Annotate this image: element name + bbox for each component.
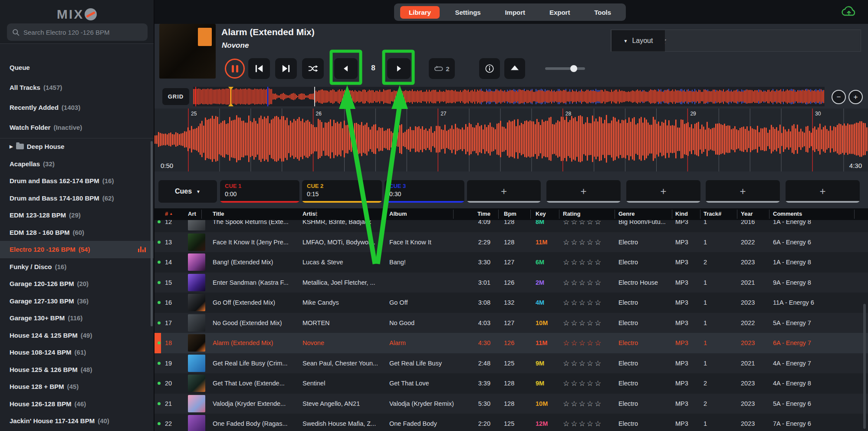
column-header-num[interactable]: #▲ [165, 211, 184, 217]
sidebar-scrollbar[interactable] [151, 141, 153, 326]
row-rating-stars[interactable]: ☆☆☆☆☆ [563, 379, 621, 388]
column-header-time[interactable]: Time [456, 211, 490, 217]
plus-icon: + [740, 185, 746, 197]
table-row[interactable]: 15 Enter Sandman (Kastra F... Metallica,… [155, 273, 868, 293]
search-input[interactable] [23, 29, 142, 36]
table-row[interactable]: 21 Valodja (Kryder Extende... Steve Ange… [155, 394, 868, 414]
sidebar-playlist-item[interactable]: Jackin' House 117-124 BPM (40) [0, 412, 154, 430]
column-header-artist[interactable]: Artist [302, 211, 317, 217]
sidebar-playlist-item[interactable]: Drum and Bass 174-180 BPM (62) [0, 190, 154, 207]
table-row[interactable]: 17 No Good (Extended Mix) MORTEN No Good… [155, 313, 868, 333]
cloud-sync-icon[interactable] [840, 6, 859, 19]
sidebar-playlist-item[interactable]: House 124 & 125 BPM (49) [0, 327, 154, 344]
column-header-kind[interactable]: Kind [675, 211, 688, 217]
analyzed-dot-icon [158, 261, 161, 264]
column-header-comments[interactable]: Comments [773, 211, 802, 217]
sidebar-playlist-item[interactable]: Drum and Bass 162-174 BPM (16) [0, 172, 154, 190]
nav-tab[interactable]: Import [496, 6, 534, 19]
nav-tab[interactable]: Settings [447, 6, 490, 19]
column-header-genre[interactable]: Genre [618, 211, 635, 217]
main-waveform[interactable]: 252627282930 0:50 4:30 [155, 109, 868, 171]
cue-add-slot[interactable]: + [626, 180, 700, 203]
row-key: 10M [536, 400, 559, 407]
table-row[interactable]: 18 Alarm (Extended Mix) Novone Alarm 4:3… [155, 333, 868, 353]
row-rating-stars[interactable]: ☆☆☆☆☆ [563, 298, 621, 307]
nav-tab[interactable]: Export [541, 6, 579, 19]
sidebar-playlist-item[interactable]: Garage 130+ BPM (116) [0, 309, 154, 327]
table-row[interactable]: 20 Get That Love (Extende... Sentinel Ge… [155, 373, 868, 394]
row-rating-stars[interactable]: ☆☆☆☆☆ [563, 237, 621, 247]
sidebar-playlist-item[interactable]: Funky / Disco (16) [0, 258, 154, 276]
cue-slot[interactable]: CUE 2 0:15 [302, 180, 382, 203]
table-row[interactable]: 22 One Faded Body (Ragas... Swedish Hous… [155, 414, 868, 431]
cue-add-slot[interactable]: + [786, 180, 860, 203]
sidebar-item[interactable]: Recently Added (1403) [0, 97, 154, 117]
repeat-button[interactable]: 2 [429, 58, 455, 79]
layout-dropdown[interactable]: ▼Layout [611, 30, 665, 51]
sidebar-item[interactable]: All Tracks (1457) [0, 77, 154, 97]
grid-button[interactable]: GRID [162, 88, 189, 105]
row-rating-stars[interactable]: ☆☆☆☆☆ [563, 258, 621, 267]
row-rating-stars[interactable]: ☆☆☆☆☆ [563, 339, 621, 348]
cue-add-slot[interactable]: + [467, 180, 541, 203]
beat-jump-back-button[interactable] [334, 58, 358, 79]
column-header-year[interactable]: Year [741, 211, 753, 217]
table-row[interactable]: 13 Face It Know It (Jeny Pre... LMFAO, M… [155, 232, 868, 253]
row-genre: Electro [618, 360, 673, 367]
column-header-album[interactable]: Album [389, 211, 407, 217]
row-rating-stars[interactable]: ☆☆☆☆☆ [563, 419, 621, 428]
sidebar-playlist-item[interactable]: Garage 127-130 BPM (36) [0, 293, 154, 310]
row-rating-stars[interactable]: ☆☆☆☆☆ [563, 399, 621, 408]
sidebar-playlist-item[interactable]: Acapellas (32) [0, 155, 154, 173]
cue-add-slot[interactable]: + [706, 180, 780, 203]
sidebar-playlist-item[interactable]: House 125 & 126 BPM (48) [0, 361, 154, 378]
beat-jump-forward-button[interactable] [387, 58, 411, 79]
cue-add-slot[interactable]: + [546, 180, 621, 203]
shuffle-button[interactable] [302, 58, 324, 79]
sidebar-playlist-item[interactable]: House 128 + BPM (45) [0, 378, 154, 395]
column-header-bpm[interactable]: Bpm [504, 211, 516, 217]
row-rating-stars[interactable]: ☆☆☆☆☆ [563, 278, 621, 287]
column-header-title[interactable]: Title [213, 211, 224, 217]
table-scrollbar[interactable] [863, 304, 866, 429]
column-header-rating[interactable]: Rating [563, 211, 580, 217]
sidebar-item[interactable]: Watch Folder (Inactive) [0, 117, 154, 137]
eject-button[interactable] [504, 58, 525, 79]
row-rating-stars[interactable]: ☆☆☆☆☆ [563, 220, 621, 227]
nav-tab[interactable]: Tools [585, 6, 620, 19]
cues-dropdown-button[interactable]: Cues▼ [158, 180, 217, 203]
table-row[interactable]: 12 The Spook Returns (Exte... KSHMR, B3n… [155, 220, 868, 232]
info-button[interactable] [479, 58, 500, 79]
cue-slot[interactable]: CUE 1 0:00 [220, 180, 299, 203]
row-track-number: 1 [704, 339, 738, 346]
sidebar-playlist-item[interactable]: EDM 128 - 160 BPM (60) [0, 224, 154, 241]
sidebar-playlist-item[interactable]: House 126-128 BPM (46) [0, 395, 154, 413]
nav-tab[interactable]: Library [400, 6, 440, 19]
next-track-button[interactable] [275, 58, 297, 79]
row-rating-stars[interactable]: ☆☆☆☆☆ [563, 318, 621, 327]
row-year: 2021 [741, 279, 766, 286]
sidebar-playlist-item[interactable]: ▶ Deep House [0, 138, 154, 155]
search-box[interactable] [7, 23, 148, 41]
zoom-in-button[interactable]: + [848, 90, 863, 104]
volume-slider[interactable] [545, 67, 585, 70]
pause-button[interactable] [225, 59, 245, 79]
table-row[interactable]: 16 Go Off (Extended Mix) Mike Candys Go … [155, 293, 868, 313]
sidebar-playlist-item[interactable]: House 108-124 BPM (61) [0, 344, 154, 361]
expand-arrow-icon[interactable]: ▶ [10, 144, 13, 149]
zoom-out-button[interactable]: − [832, 90, 846, 104]
sidebar-playlist-item[interactable]: Electro 120 -126 BPM (54) [0, 241, 154, 258]
cue-slot[interactable]: CUE 3 0:30 [385, 180, 464, 203]
sidebar-playlist-item[interactable]: Garage 120-126 BPM (20) [0, 275, 154, 293]
column-header-track[interactable]: Track# [704, 211, 721, 217]
sidebar-playlist-item[interactable]: EDM 123-128 BPM (29) [0, 207, 154, 224]
row-rating-stars[interactable]: ☆☆☆☆☆ [563, 359, 621, 368]
column-header-art[interactable]: Art [188, 211, 196, 217]
previous-track-button[interactable] [248, 58, 270, 79]
sidebar-item[interactable]: Queue [0, 57, 154, 77]
table-row[interactable]: 19 Get Real Life Busy (Crim... Sean Paul… [155, 353, 868, 374]
volume-knob[interactable] [570, 65, 577, 72]
column-header-key[interactable]: Key [536, 211, 546, 217]
table-row[interactable]: 14 Bang! (Extended Mix) Lucas & Steve Ba… [155, 252, 868, 273]
overview-waveform[interactable] [193, 87, 825, 106]
